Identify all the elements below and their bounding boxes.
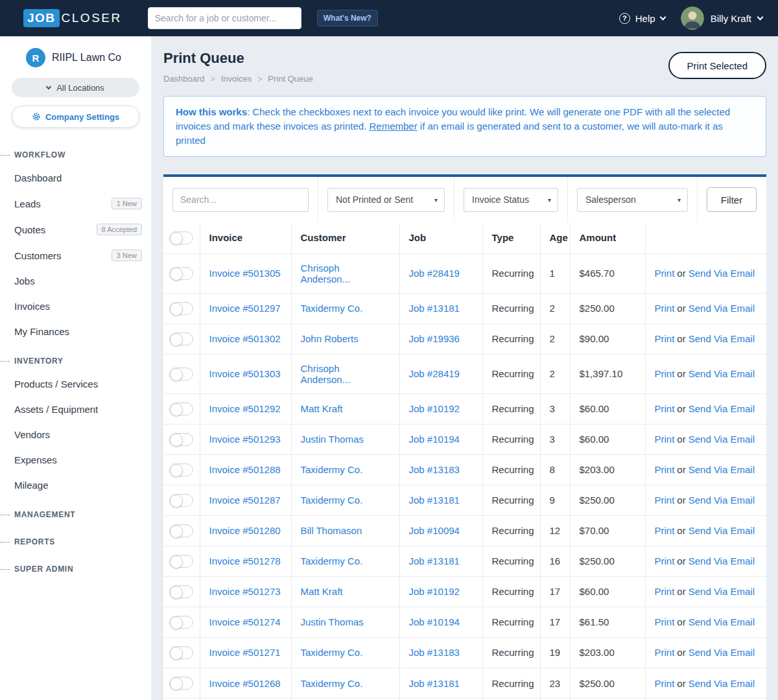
row-toggle[interactable]	[169, 677, 193, 690]
customer-link[interactable]: Chrisoph Anderson...	[301, 363, 351, 385]
invoice-link[interactable]: Invoice #501268	[209, 678, 281, 689]
invoice-status-select[interactable]: Invoice Status ▾	[464, 188, 558, 212]
customer-link[interactable]: John Roberts	[301, 333, 359, 344]
print-link[interactable]: Print	[655, 464, 675, 475]
row-toggle[interactable]	[169, 463, 193, 476]
send-via-email-link[interactable]: Send Via Email	[689, 555, 755, 566]
print-link[interactable]: Print	[655, 403, 675, 414]
send-via-email-link[interactable]: Send Via Email	[689, 434, 755, 445]
invoice-link[interactable]: Invoice #501288	[209, 464, 281, 475]
invoice-link[interactable]: Invoice #501280	[209, 525, 281, 536]
job-link[interactable]: Job #13183	[409, 464, 460, 475]
row-toggle[interactable]	[169, 555, 193, 568]
job-link[interactable]: Job #19936	[409, 333, 460, 344]
row-toggle[interactable]	[169, 433, 193, 446]
invoice-link[interactable]: Invoice #501292	[209, 403, 281, 414]
invoice-link[interactable]: Invoice #501273	[209, 586, 281, 597]
sidebar-section-header[interactable]: MANAGEMENT	[0, 504, 151, 525]
print-link[interactable]: Print	[655, 555, 675, 566]
sidebar-item-jobs[interactable]: Jobs	[0, 268, 151, 294]
print-link[interactable]: Print	[655, 647, 675, 658]
sidebar-section-header[interactable]: REPORTS	[0, 531, 151, 552]
job-link[interactable]: Job #13183	[409, 647, 460, 658]
table-search-input[interactable]	[172, 188, 309, 212]
sidebar-item-invoices[interactable]: Invoices	[0, 294, 151, 319]
sidebar-item-mileage[interactable]: Mileage	[0, 472, 151, 498]
customer-link[interactable]: Taxidermy Co.	[301, 303, 363, 314]
sidebar-item-vendors[interactable]: Vendors	[0, 422, 151, 447]
customer-link[interactable]: Bill Thomason	[301, 525, 362, 536]
print-link[interactable]: Print	[655, 495, 675, 506]
job-link[interactable]: Job #10094	[409, 525, 460, 536]
print-link[interactable]: Print	[655, 268, 675, 279]
row-toggle[interactable]	[169, 616, 193, 629]
sidebar-section-header[interactable]: INVENTORY	[0, 351, 151, 371]
sidebar-item-my-finances[interactable]: My Finances	[0, 319, 151, 344]
locations-dropdown[interactable]: All Locations	[12, 78, 139, 97]
customer-link[interactable]: Taxidermy Co.	[301, 555, 363, 566]
job-link[interactable]: Job #13181	[409, 678, 460, 689]
invoice-link[interactable]: Invoice #501297	[209, 303, 281, 314]
print-link[interactable]: Print	[655, 434, 675, 445]
send-via-email-link[interactable]: Send Via Email	[689, 647, 755, 658]
salesperson-select[interactable]: Salesperson ▾	[577, 188, 688, 212]
row-toggle[interactable]	[169, 267, 193, 280]
breadcrumb-dashboard[interactable]: Dashboard	[163, 74, 205, 84]
print-link[interactable]: Print	[655, 525, 675, 536]
whats-new-button[interactable]: What's New?	[317, 10, 378, 27]
printed-filter-select[interactable]: Not Printed or Sent ▾	[327, 188, 445, 212]
invoice-link[interactable]: Invoice #501278	[209, 555, 281, 566]
row-toggle[interactable]	[169, 332, 193, 345]
company-settings-button[interactable]: Company Settings	[12, 106, 139, 128]
select-all-toggle[interactable]	[169, 231, 193, 244]
send-via-email-link[interactable]: Send Via Email	[689, 464, 755, 475]
customer-link[interactable]: Justin Thomas	[301, 616, 364, 627]
invoice-link[interactable]: Invoice #501271	[209, 647, 281, 658]
send-via-email-link[interactable]: Send Via Email	[689, 616, 755, 627]
print-link[interactable]: Print	[655, 303, 675, 314]
send-via-email-link[interactable]: Send Via Email	[689, 525, 755, 536]
row-toggle[interactable]	[169, 494, 193, 507]
row-toggle[interactable]	[169, 585, 193, 598]
print-link[interactable]: Print	[655, 586, 675, 597]
send-via-email-link[interactable]: Send Via Email	[689, 303, 755, 314]
sidebar-item-quotes[interactable]: Quotes 8 Accepted	[0, 216, 151, 242]
customer-link[interactable]: Taxidermy Co.	[301, 647, 363, 658]
job-link[interactable]: Job #13181	[409, 495, 460, 506]
customer-link[interactable]: Chrisoph Anderson...	[301, 262, 351, 285]
print-link[interactable]: Print	[655, 616, 675, 627]
invoice-link[interactable]: Invoice #501274	[209, 616, 281, 627]
job-link[interactable]: Job #10194	[409, 616, 460, 627]
customer-link[interactable]: Matt Kraft	[301, 586, 343, 597]
help-menu[interactable]: ? Help	[619, 13, 665, 24]
job-link[interactable]: Job #10194	[409, 434, 460, 445]
row-toggle[interactable]	[169, 302, 193, 315]
job-link[interactable]: Job #13181	[409, 555, 460, 566]
customer-link[interactable]: Taxidermy Co.	[301, 495, 363, 506]
filter-button[interactable]: Filter	[707, 187, 757, 212]
invoice-link[interactable]: Invoice #501302	[209, 333, 281, 344]
job-link[interactable]: Job #10192	[409, 586, 460, 597]
invoice-link[interactable]: Invoice #501303	[209, 368, 281, 379]
breadcrumb-invoices[interactable]: Invoices	[221, 74, 252, 84]
invoice-link[interactable]: Invoice #501305	[209, 268, 281, 279]
sidebar-item-dashboard[interactable]: Dashboard	[0, 165, 151, 191]
send-via-email-link[interactable]: Send Via Email	[689, 333, 755, 344]
row-toggle[interactable]	[169, 524, 193, 537]
sidebar-item-customers[interactable]: Customers 3 New	[0, 242, 151, 268]
user-menu[interactable]: Billy Kraft	[681, 6, 762, 30]
customer-link[interactable]: Justin Thomas	[301, 434, 364, 445]
sidebar-item-products-services[interactable]: Products / Services	[0, 371, 151, 397]
send-via-email-link[interactable]: Send Via Email	[689, 268, 755, 279]
row-toggle[interactable]	[169, 646, 193, 659]
sidebar-item-expenses[interactable]: Expenses	[0, 447, 151, 472]
print-link[interactable]: Print	[655, 333, 675, 344]
row-toggle[interactable]	[169, 402, 193, 415]
print-link[interactable]: Print	[655, 678, 675, 689]
sidebar-section-header[interactable]: SUPER ADMIN	[0, 559, 151, 579]
invoice-link[interactable]: Invoice #501287	[209, 495, 281, 506]
sidebar-section-header[interactable]: WORKFLOW	[0, 145, 151, 165]
sidebar-item-assets-equipment[interactable]: Assets / Equipment	[0, 397, 151, 422]
send-via-email-link[interactable]: Send Via Email	[689, 368, 755, 379]
global-search-input[interactable]	[148, 7, 301, 29]
